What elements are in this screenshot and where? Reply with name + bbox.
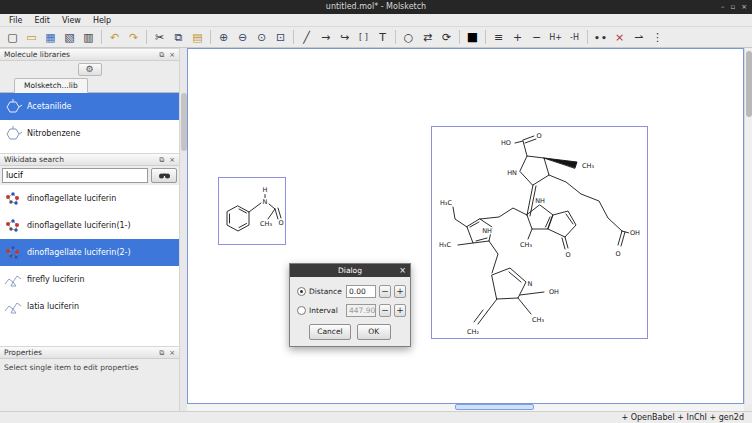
curved-arrow-tool-button[interactable]: ↪ bbox=[335, 28, 354, 46]
menu-edit[interactable]: Edit bbox=[28, 14, 56, 27]
charge-plus-button[interactable]: + bbox=[508, 28, 527, 46]
redo-button[interactable]: ↷ bbox=[124, 28, 143, 46]
window-titlebar[interactable]: untitled.mol* - Molsketch – ▫ × bbox=[0, 0, 752, 14]
atom-label[interactable]: H₃C bbox=[440, 199, 452, 207]
vertical-scrollbar-thumb[interactable] bbox=[746, 51, 752, 117]
atom-label[interactable]: CH₃ bbox=[582, 162, 594, 170]
atom-label[interactable]: N bbox=[528, 280, 533, 288]
wikidata-search-input[interactable] bbox=[2, 168, 148, 183]
mechanism-arrow-button[interactable]: ⇀ bbox=[629, 28, 648, 46]
atom-label[interactable]: OH bbox=[549, 288, 559, 296]
sidebar-scrollbar[interactable] bbox=[179, 48, 187, 411]
atom-label[interactable]: CH₃ bbox=[532, 316, 544, 324]
atom-label[interactable]: H bbox=[263, 186, 268, 194]
properties-dock-title[interactable]: Properties ⧉ × bbox=[0, 346, 179, 359]
selection-box-acetanilide[interactable]: H N O CH₃ bbox=[218, 177, 286, 245]
dock-float-icon[interactable]: ⧉ bbox=[159, 156, 164, 164]
color-swatch-button[interactable]: ■ bbox=[463, 28, 482, 46]
library-tab[interactable]: Molsketch...lib bbox=[14, 78, 88, 93]
paste-button[interactable]: ▤ bbox=[188, 28, 207, 46]
rotate-tool-button[interactable]: ⟳ bbox=[437, 28, 456, 46]
ok-button[interactable]: OK bbox=[357, 324, 391, 340]
dialog-titlebar[interactable]: Dialog × bbox=[290, 264, 410, 277]
export-image-button[interactable]: ▧ bbox=[60, 28, 79, 46]
cut-button[interactable]: ✂ bbox=[150, 28, 169, 46]
dock-close-icon[interactable]: × bbox=[169, 349, 175, 357]
library-settings-button[interactable]: ⚙ bbox=[78, 63, 102, 76]
selection-box-luciferin[interactable]: HO O HN CH₃ H₃C NH H₃C NH CH₃ O OH O N O… bbox=[431, 126, 648, 339]
atom-label[interactable]: H₃C bbox=[439, 241, 451, 249]
wikidata-result-item[interactable]: latia luciferin bbox=[0, 293, 179, 320]
dialog-close-button[interactable]: × bbox=[399, 264, 406, 277]
arrow-tool-button[interactable]: → bbox=[316, 28, 335, 46]
menu-help[interactable]: Help bbox=[87, 14, 117, 27]
library-item-acetanilide[interactable]: Acetanilide bbox=[0, 93, 179, 120]
dock-float-icon[interactable]: ⧉ bbox=[159, 349, 164, 357]
zoom-in-button[interactable]: ⊕ bbox=[214, 28, 233, 46]
atom-label[interactable]: CH₂ bbox=[467, 328, 479, 336]
options-button[interactable]: ⋮ bbox=[648, 28, 667, 46]
close-button[interactable]: × bbox=[741, 3, 747, 11]
atom-label[interactable]: NH bbox=[482, 227, 492, 235]
distance-radio[interactable] bbox=[297, 287, 306, 296]
atom-label[interactable]: N bbox=[263, 198, 268, 206]
interval-value-field[interactable]: 447.90 bbox=[346, 304, 376, 317]
distance-increment-button[interactable]: + bbox=[394, 285, 406, 298]
wikidata-result-item[interactable]: dinoflagellate luciferin bbox=[0, 185, 179, 212]
library-item-nitrobenzene[interactable]: Nitrobenzene bbox=[0, 120, 179, 147]
atom-label[interactable]: HN bbox=[507, 169, 517, 177]
menu-view[interactable]: View bbox=[56, 14, 87, 27]
cancel-button[interactable]: Cancel bbox=[309, 324, 350, 340]
atom-label[interactable]: O bbox=[565, 251, 570, 259]
horizontal-scrollbar-thumb[interactable] bbox=[455, 404, 534, 410]
atom-label[interactable]: CH₃ bbox=[520, 241, 532, 249]
atom-label[interactable]: O bbox=[536, 132, 541, 140]
charge-minus-button[interactable]: − bbox=[527, 28, 546, 46]
electron-pair-button[interactable]: ∙∙ bbox=[591, 28, 610, 46]
atom-label[interactable]: OH bbox=[630, 229, 640, 237]
dock-close-icon[interactable]: × bbox=[169, 51, 175, 59]
add-hydrogen-button[interactable]: H+ bbox=[546, 28, 565, 46]
flip-tool-button[interactable]: ⇄ bbox=[418, 28, 437, 46]
atom-label[interactable]: O bbox=[278, 219, 283, 227]
undo-button[interactable]: ↶ bbox=[105, 28, 124, 46]
atom-label[interactable]: HO bbox=[501, 139, 511, 147]
interval-decrement-button[interactable]: − bbox=[379, 304, 391, 317]
interval-increment-button[interactable]: + bbox=[394, 304, 406, 317]
dock-float-icon[interactable]: ⧉ bbox=[159, 51, 164, 59]
canvas-vertical-scrollbar[interactable] bbox=[744, 48, 752, 404]
wikidata-result-item[interactable]: firefly luciferin bbox=[0, 266, 179, 293]
maximize-button[interactable]: ▫ bbox=[730, 3, 735, 11]
zoom-fit-button[interactable]: ⊡ bbox=[271, 28, 290, 46]
wikidata-result-item[interactable]: dinoflagellate luciferin(2-) bbox=[0, 239, 179, 266]
distance-decrement-button[interactable]: − bbox=[379, 285, 391, 298]
drawing-canvas[interactable]: H N O CH₃ bbox=[187, 48, 744, 404]
remove-hydrogen-button[interactable]: -H bbox=[565, 28, 584, 46]
print-button[interactable]: ▥ bbox=[79, 28, 98, 46]
distance-value-field[interactable]: 0.00 bbox=[346, 285, 376, 298]
save-file-button[interactable]: ▦ bbox=[41, 28, 60, 46]
zoom-out-button[interactable]: ⊖ bbox=[233, 28, 252, 46]
zoom-original-button[interactable]: ⊙ bbox=[252, 28, 271, 46]
new-file-button[interactable]: ▢ bbox=[3, 28, 22, 46]
delete-tool-button[interactable]: × bbox=[610, 28, 629, 46]
text-tool-button[interactable]: T bbox=[373, 28, 392, 46]
ring-tool-button[interactable]: ○ bbox=[399, 28, 418, 46]
acetanilide-structure[interactable]: H N O CH₃ bbox=[219, 178, 285, 244]
open-file-button[interactable]: ▭ bbox=[22, 28, 41, 46]
atom-label[interactable]: O bbox=[615, 250, 620, 258]
molecule-libraries-dock-title[interactable]: Molecule libraries ⧉ × bbox=[0, 48, 179, 61]
wikidata-result-item[interactable]: dinoflagellate luciferin(1-) bbox=[0, 212, 179, 239]
interval-radio[interactable] bbox=[297, 306, 306, 315]
line-tool-button[interactable]: ╱ bbox=[297, 28, 316, 46]
align-tool-button[interactable]: ≡ bbox=[489, 28, 508, 46]
copy-button[interactable]: ⧉ bbox=[169, 28, 188, 46]
wikidata-search-button[interactable] bbox=[151, 168, 177, 183]
wikidata-search-dock-title[interactable]: Wikidata search ⧉ × bbox=[0, 153, 179, 166]
atom-label[interactable]: CH₃ bbox=[260, 220, 272, 228]
atom-label[interactable]: NH bbox=[535, 197, 545, 205]
luciferin-structure[interactable]: HO O HN CH₃ H₃C NH H₃C NH CH₃ O OH O N O… bbox=[432, 127, 647, 338]
menu-file[interactable]: File bbox=[3, 14, 28, 27]
dialog-window[interactable]: Dialog × Distance 0.00 − + Interval 447.… bbox=[289, 263, 411, 347]
dock-close-icon[interactable]: × bbox=[169, 156, 175, 164]
